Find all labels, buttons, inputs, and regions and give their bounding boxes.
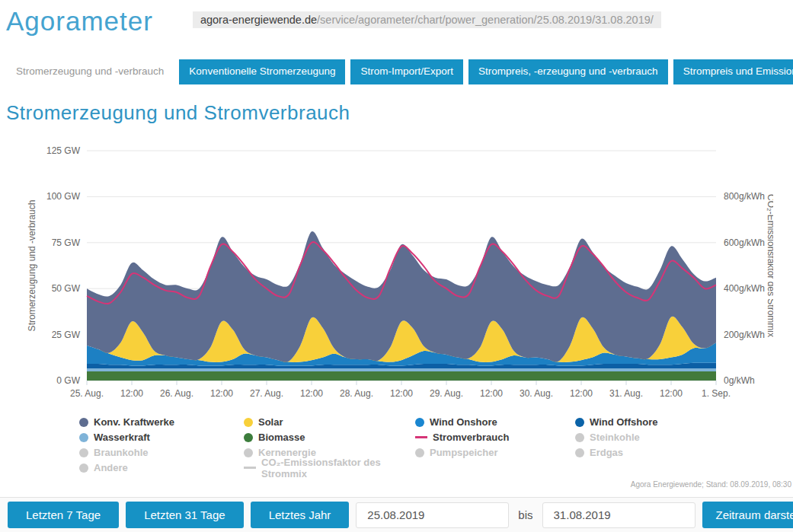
- tab-0[interactable]: Stromerzeugung und -verbrauch: [6, 59, 174, 84]
- x-tick-label: 12:00: [660, 388, 683, 399]
- legend-marker: [79, 418, 88, 427]
- tab-3[interactable]: Strompreis, -erzeugung und -verbrauch: [468, 59, 668, 84]
- show-period-button[interactable]: Zeitraum darstellen: [702, 502, 793, 528]
- legend-item-erdgas[interactable]: Erdgas: [575, 448, 727, 457]
- url-domain: agora-energiewende.de: [200, 14, 317, 26]
- legend-marker: [575, 433, 584, 442]
- legend-column-2: Wind OnshoreStromverbrauchPumpspeicher: [415, 417, 575, 473]
- header: Agorameter agora-energiewende.de/service…: [0, 0, 793, 47]
- legend-item-konv-kraftwerke[interactable]: Konv. Kraftwerke: [79, 417, 244, 427]
- legend-item-steinkohle[interactable]: Steinkohle: [575, 432, 727, 442]
- y-left-tick: 100 GW: [46, 191, 81, 202]
- legend-marker: [79, 464, 88, 473]
- legend-column-1: SolarBiomasseKernenergieCO₂-Emissionsfak…: [244, 417, 415, 473]
- chart-area: 0 GW0g/kWh25 GW200g/kWh50 GW400g/kWh75 G…: [23, 139, 793, 406]
- y-right-tick: 0g/kWh: [724, 375, 755, 386]
- stacked-area-chart: 0 GW0g/kWh25 GW200g/kWh50 GW400g/kWh75 G…: [23, 139, 773, 402]
- legend-marker: [244, 418, 253, 427]
- x-tick-label: 12:00: [480, 388, 503, 399]
- y-right-tick: 600g/kWh: [724, 237, 765, 248]
- legend-label: Erdgas: [590, 447, 623, 458]
- legend-marker: [575, 448, 584, 457]
- legend-marker: [79, 433, 88, 442]
- legend-label: Biomasse: [258, 432, 305, 443]
- legend-label: Andere: [94, 462, 128, 473]
- y-left-tick: 50 GW: [52, 283, 81, 294]
- legend-label: CO₂-Emissionsfaktor des Strommix: [261, 457, 415, 479]
- date-to-input[interactable]: [542, 502, 695, 528]
- legend-marker: [575, 418, 584, 427]
- legend-marker: [415, 436, 427, 438]
- y-left-tick: 0 GW: [56, 375, 80, 386]
- series-area-biomasse[interactable]: [87, 371, 716, 381]
- page-title: Stromerzeugung und Stromverbrauch: [6, 101, 793, 125]
- legend-item-co-emissionsfaktor-des-strommix[interactable]: CO₂-Emissionsfaktor des Strommix: [244, 463, 415, 473]
- legend-item-wasserkraft[interactable]: Wasserkraft: [79, 432, 244, 442]
- legend-label: Wasserkraft: [94, 432, 150, 443]
- legend-label: Stromverbrauch: [433, 432, 509, 443]
- bis-label: bis: [516, 508, 535, 521]
- legend-marker: [415, 448, 424, 457]
- y-axis-left-title: Stromerzeugung und -verbrauch: [27, 200, 37, 332]
- x-tick-label: 27. Aug.: [250, 388, 283, 399]
- y-right-tick: 200g/kWh: [724, 330, 765, 340]
- footer-controls: Letzten 7 Tage Letzten 31 Tage Letztes J…: [0, 497, 793, 532]
- x-tick-label: 12:00: [570, 388, 593, 399]
- legend-item-biomasse[interactable]: Biomasse: [244, 432, 415, 442]
- y-right-tick: 400g/kWh: [724, 283, 765, 294]
- x-tick-label: 31. Aug.: [609, 388, 643, 399]
- y-right-tick: 800g/kWh: [724, 191, 765, 202]
- tab-4[interactable]: Strompreis und Emissionen: [673, 59, 793, 84]
- legend-column-3: Wind OffshoreSteinkohleErdgas: [575, 417, 727, 473]
- legend-column-0: Konv. KraftwerkeWasserkraftBraunkohleAnd…: [79, 417, 244, 473]
- series-area-wasserkraft[interactable]: [87, 368, 716, 371]
- legend-item-pumpspeicher[interactable]: Pumpspeicher: [415, 448, 575, 457]
- legend-item-braunkohle[interactable]: Braunkohle: [79, 448, 244, 457]
- legend-item-stromverbrauch[interactable]: Stromverbrauch: [415, 432, 575, 442]
- url-path: /service/agorameter/chart/power_generati…: [317, 14, 654, 26]
- tab-bar: Stromerzeugung und -verbrauchKonventione…: [0, 59, 793, 84]
- y-axis-right-title: CO₂-Emissionsfaktor des Strommix: [766, 194, 773, 337]
- legend-item-wind-offshore[interactable]: Wind Offshore: [575, 417, 727, 427]
- x-tick-label: 12:00: [210, 388, 233, 399]
- legend-item-wind-onshore[interactable]: Wind Onshore: [415, 417, 575, 427]
- y-left-tick: 125 GW: [46, 145, 81, 156]
- last-31-days-button[interactable]: Letzten 31 Tage: [126, 502, 243, 528]
- date-from-input[interactable]: [356, 502, 509, 528]
- attribution: Agora Energiewende; Stand: 08.09.2019, 0…: [631, 480, 791, 489]
- legend-marker: [244, 467, 256, 469]
- legend-marker: [415, 418, 424, 427]
- legend-label: Wind Offshore: [590, 416, 657, 428]
- x-tick-label: 28. Aug.: [340, 388, 373, 399]
- legend-marker: [244, 448, 253, 457]
- x-tick-label: 12:00: [300, 388, 323, 399]
- last-7-days-button[interactable]: Letzten 7 Tage: [8, 502, 119, 528]
- legend-label: Solar: [258, 416, 283, 428]
- tab-2[interactable]: Strom-Import/Export: [350, 59, 463, 84]
- x-tick-label: 30. Aug.: [520, 388, 553, 399]
- legend-marker: [244, 433, 253, 442]
- x-tick-label: 12:00: [120, 388, 143, 399]
- legend-label: Steinkohle: [590, 432, 640, 443]
- x-tick-label: 25. Aug.: [70, 388, 104, 399]
- tab-1[interactable]: Konventionelle Stromerzeugung: [179, 59, 345, 84]
- legend-label: Pumpspeicher: [430, 447, 498, 458]
- legend-label: Wind Onshore: [430, 416, 497, 428]
- last-year-button[interactable]: Letztes Jahr: [251, 502, 350, 528]
- y-left-tick: 25 GW: [52, 330, 81, 340]
- legend-item-solar[interactable]: Solar: [244, 417, 415, 427]
- x-tick-label: 26. Aug.: [160, 388, 193, 399]
- legend-item-andere[interactable]: Andere: [79, 463, 244, 473]
- url-bar[interactable]: agora-energiewende.de/service/agorameter…: [193, 11, 661, 28]
- x-tick-label: 12:00: [390, 388, 413, 399]
- legend-marker: [79, 448, 88, 457]
- chart-legend: Konv. KraftwerkeWasserkraftBraunkohleAnd…: [79, 417, 793, 473]
- agorameter-page: Agorameter agora-energiewende.de/service…: [0, 0, 793, 532]
- x-tick-label: 1. Sep.: [702, 388, 731, 399]
- app-logo: Agorameter: [6, 5, 153, 38]
- legend-label: Braunkohle: [94, 447, 149, 458]
- legend-label: Konv. Kraftwerke: [94, 416, 174, 428]
- x-tick-label: 29. Aug.: [430, 388, 463, 399]
- y-left-tick: 75 GW: [52, 237, 81, 248]
